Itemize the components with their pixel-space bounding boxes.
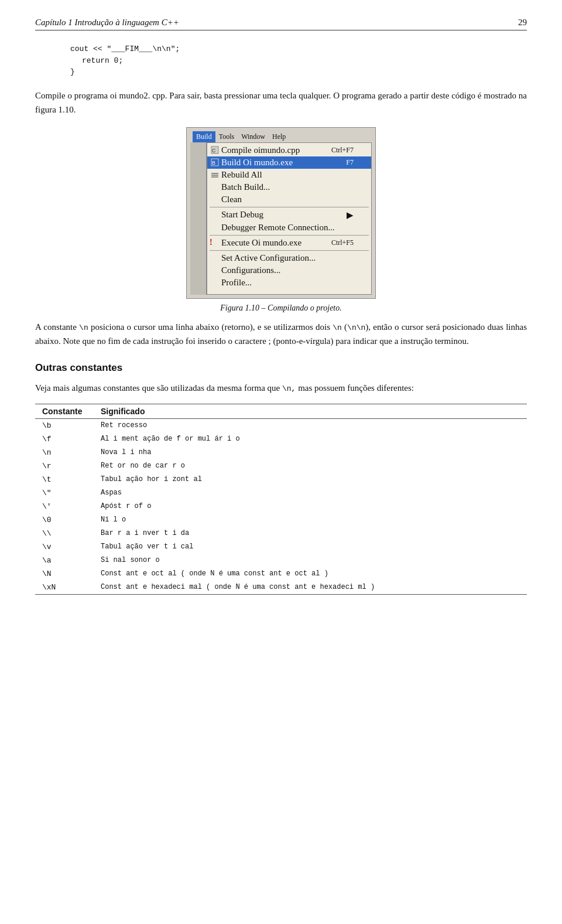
constant-cell: \v [35, 540, 94, 554]
meaning-cell: Al i ment ação de f or mul ár i o [94, 432, 527, 446]
menu-screenshot: Build Tools Window Help C Compile oimund… [186, 127, 376, 299]
constant-cell: \" [35, 486, 94, 500]
table-row: \fAl i ment ação de f or mul ár i o [35, 432, 527, 446]
build-shortcut: F7 [346, 158, 354, 167]
menu-item-debugger-remote[interactable]: Debugger Remote Connection... [207, 221, 371, 234]
meaning-cell: Tabul ação ver t i cal [94, 540, 527, 554]
compile-label: Compile oimundo.cpp [221, 145, 300, 155]
menu-items-list: C Compile oimundo.cpp Ctrl+F7 B Build Oi… [207, 142, 372, 295]
col-header-meaning: Significado [94, 404, 527, 419]
table-row: \NConst ant e oct al ( onde N é uma cons… [35, 567, 527, 581]
menu-item-build[interactable]: B Build Oi mundo.exe F7 [207, 156, 371, 169]
divider-2 [210, 235, 369, 236]
code-line-1: cout << "___FIM___\n\n"; [70, 43, 527, 55]
profile-label: Profile... [221, 278, 252, 288]
table-row: \aSi nal sonor o [35, 554, 527, 567]
compile-icon: C [210, 146, 220, 154]
svg-rect-6 [211, 176, 218, 178]
col-header-constant: Constante [35, 404, 94, 419]
constant-cell: \a [35, 554, 94, 567]
gray-left-panel [190, 142, 207, 295]
set-active-label: Set Active Configuration... [221, 253, 316, 263]
menu-panel-wrapper: C Compile oimundo.cpp Ctrl+F7 B Build Oi… [190, 142, 372, 295]
constant-cell: \N [35, 567, 94, 581]
meaning-cell: Const ant e oct al ( onde N é uma const … [94, 567, 527, 581]
configurations-label: Configurations... [221, 265, 280, 275]
svg-rect-4 [211, 173, 218, 174]
svg-rect-5 [211, 175, 218, 176]
constant-cell: \' [35, 500, 94, 513]
debugger-remote-label: Debugger Remote Connection... [221, 223, 335, 233]
table-row: \xNConst ant e hexadeci mal ( onde N é u… [35, 581, 527, 595]
svg-text:B: B [212, 160, 215, 166]
menu-bar-tools[interactable]: Tools [215, 131, 238, 142]
meaning-cell: Apóst r of o [94, 500, 527, 513]
meaning-cell: Ret rocesso [94, 419, 527, 433]
constant-cell: \r [35, 459, 94, 473]
page-header: Capítulo 1 Introdução à linguagem C++ 29 [35, 18, 527, 30]
batch-label: Batch Build... [221, 182, 270, 192]
start-debug-label: Start Debug [221, 210, 263, 220]
code-block: cout << "___FIM___\n\n"; return 0; } [70, 43, 527, 78]
paragraph-2: A constante \n posiciona o cursor uma li… [35, 320, 527, 349]
figure-container: Build Tools Window Help C Compile oimund… [35, 127, 527, 313]
constant-cell: \f [35, 432, 94, 446]
menu-bar-help[interactable]: Help [269, 131, 289, 142]
code-line-2: return 0; [82, 55, 527, 67]
table-row: \tTabul ação hor i zont al [35, 473, 527, 486]
menu-item-execute[interactable]: ! Execute Oi mundo.exe Ctrl+F5 [207, 237, 371, 249]
chapter-title: Capítulo 1 Introdução à linguagem C++ [35, 18, 179, 28]
divider-3 [210, 250, 369, 251]
constant-cell: \xN [35, 581, 94, 595]
section-heading: Outras constantes [35, 362, 527, 374]
divider-1 [210, 207, 369, 207]
menu-bar-build[interactable]: Build [193, 131, 215, 142]
meaning-cell: Tabul ação hor i zont al [94, 473, 527, 486]
menu-item-batch[interactable]: Batch Build... [207, 181, 371, 193]
constants-table: Constante Significado \bRet rocesso\fAl … [35, 404, 527, 595]
table-row: \0Ni l o [35, 513, 527, 527]
paragraph-1: Compile o programa oi mundo2. cpp. Para … [35, 88, 527, 117]
warning-icon: ! [210, 238, 213, 247]
table-row: \rRet or no de car r o [35, 459, 527, 473]
execute-label: Execute Oi mundo.exe [221, 238, 301, 248]
menu-bar-window[interactable]: Window [238, 131, 269, 142]
compile-shortcut: Ctrl+F7 [331, 146, 354, 155]
meaning-cell: Si nal sonor o [94, 554, 527, 567]
table-row: \vTabul ação ver t i cal [35, 540, 527, 554]
clean-label: Clean [221, 195, 242, 204]
submenu-arrow-1: ▶ [347, 210, 354, 220]
page-number: 29 [518, 18, 527, 28]
meaning-cell: Nova l i nha [94, 446, 527, 459]
table-row: \'Apóst r of o [35, 500, 527, 513]
menu-item-compile[interactable]: C Compile oimundo.cpp Ctrl+F7 [207, 144, 371, 156]
table-row: \"Aspas [35, 486, 527, 500]
table-row: \\Bar r a i nver t i da [35, 527, 527, 540]
code-line-3: } [70, 66, 527, 78]
menu-item-clean[interactable]: Clean [207, 193, 371, 206]
menu-item-rebuild[interactable]: Rebuild All [207, 169, 371, 181]
constant-cell: \0 [35, 513, 94, 527]
constant-cell: \\ [35, 527, 94, 540]
rebuild-icon [210, 171, 220, 179]
execute-shortcut: Ctrl+F5 [331, 238, 354, 247]
menu-bar: Build Tools Window Help [190, 130, 372, 142]
svg-text:C: C [212, 148, 216, 154]
build-icon: B [210, 158, 220, 166]
rebuild-label: Rebuild All [221, 170, 262, 180]
constant-cell: \n [35, 446, 94, 459]
menu-item-set-active[interactable]: Set Active Configuration... [207, 252, 371, 264]
constant-cell: \t [35, 473, 94, 486]
menu-item-profile[interactable]: Profile... [207, 277, 371, 289]
meaning-cell: Ni l o [94, 513, 527, 527]
build-label: Build Oi mundo.exe [221, 158, 293, 168]
table-row: \bRet rocesso [35, 419, 527, 433]
menu-item-start-debug[interactable]: Start Debug ▶ [207, 209, 371, 221]
section-intro: Veja mais algumas constantes que são uti… [35, 381, 527, 395]
menu-item-configurations[interactable]: Configurations... [207, 264, 371, 277]
meaning-cell: Bar r a i nver t i da [94, 527, 527, 540]
table-row: \nNova l i nha [35, 446, 527, 459]
meaning-cell: Const ant e hexadeci mal ( onde N é uma … [94, 581, 527, 595]
meaning-cell: Ret or no de car r o [94, 459, 527, 473]
constant-cell: \b [35, 419, 94, 433]
